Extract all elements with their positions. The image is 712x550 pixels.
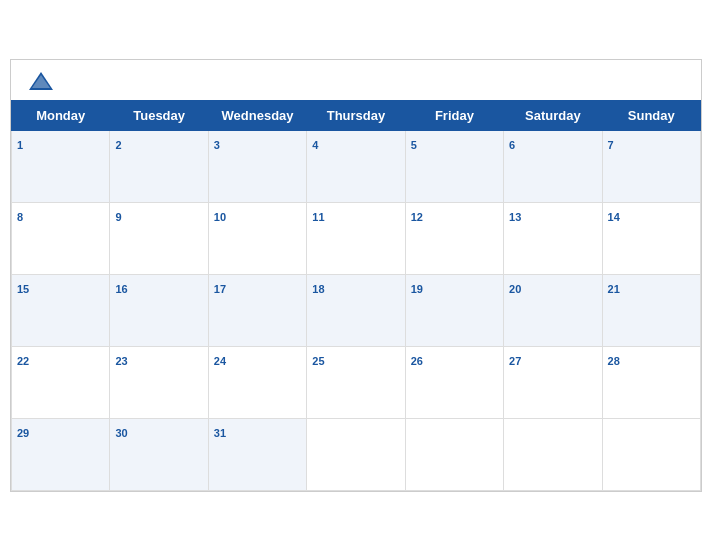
- day-cell-7: 7: [602, 130, 700, 202]
- day-cell-14: 14: [602, 202, 700, 274]
- day-cell-8: 8: [12, 202, 110, 274]
- day-number-8: 8: [17, 211, 23, 223]
- day-cell-2: 2: [110, 130, 208, 202]
- day-cell-27: 27: [504, 346, 602, 418]
- week-row-4: 22232425262728: [12, 346, 701, 418]
- weekday-header-row: MondayTuesdayWednesdayThursdayFridaySatu…: [12, 100, 701, 130]
- day-cell-10: 10: [208, 202, 306, 274]
- calendar-container: MondayTuesdayWednesdayThursdayFridaySatu…: [10, 59, 702, 492]
- day-number-28: 28: [608, 355, 620, 367]
- day-number-17: 17: [214, 283, 226, 295]
- day-cell-20: 20: [504, 274, 602, 346]
- day-cell-9: 9: [110, 202, 208, 274]
- weekday-header-friday: Friday: [405, 100, 503, 130]
- day-cell-18: 18: [307, 274, 405, 346]
- day-cell-6: 6: [504, 130, 602, 202]
- day-number-25: 25: [312, 355, 324, 367]
- day-number-10: 10: [214, 211, 226, 223]
- week-row-5: 293031: [12, 418, 701, 490]
- day-number-21: 21: [608, 283, 620, 295]
- logo-area: [27, 70, 59, 94]
- day-number-12: 12: [411, 211, 423, 223]
- day-cell-24: 24: [208, 346, 306, 418]
- day-cell-19: 19: [405, 274, 503, 346]
- day-number-20: 20: [509, 283, 521, 295]
- day-cell-30: 30: [110, 418, 208, 490]
- weekday-header-thursday: Thursday: [307, 100, 405, 130]
- day-cell-23: 23: [110, 346, 208, 418]
- day-number-7: 7: [608, 139, 614, 151]
- day-number-22: 22: [17, 355, 29, 367]
- day-cell-16: 16: [110, 274, 208, 346]
- logo-icon: [27, 70, 55, 94]
- day-number-14: 14: [608, 211, 620, 223]
- day-number-6: 6: [509, 139, 515, 151]
- week-row-2: 891011121314: [12, 202, 701, 274]
- day-cell-28: 28: [602, 346, 700, 418]
- day-cell-31: 31: [208, 418, 306, 490]
- day-cell-1: 1: [12, 130, 110, 202]
- calendar-grid: MondayTuesdayWednesdayThursdayFridaySatu…: [11, 100, 701, 491]
- weekday-header-sunday: Sunday: [602, 100, 700, 130]
- day-cell-3: 3: [208, 130, 306, 202]
- day-number-16: 16: [115, 283, 127, 295]
- week-row-1: 1234567: [12, 130, 701, 202]
- day-cell-29: 29: [12, 418, 110, 490]
- day-number-31: 31: [214, 427, 226, 439]
- day-cell-4: 4: [307, 130, 405, 202]
- day-number-15: 15: [17, 283, 29, 295]
- day-number-29: 29: [17, 427, 29, 439]
- day-number-3: 3: [214, 139, 220, 151]
- day-number-9: 9: [115, 211, 121, 223]
- weekday-header-wednesday: Wednesday: [208, 100, 306, 130]
- day-cell-11: 11: [307, 202, 405, 274]
- empty-cell: [504, 418, 602, 490]
- day-number-30: 30: [115, 427, 127, 439]
- day-number-4: 4: [312, 139, 318, 151]
- day-cell-13: 13: [504, 202, 602, 274]
- day-number-26: 26: [411, 355, 423, 367]
- day-number-24: 24: [214, 355, 226, 367]
- day-cell-26: 26: [405, 346, 503, 418]
- day-number-2: 2: [115, 139, 121, 151]
- day-number-19: 19: [411, 283, 423, 295]
- day-cell-21: 21: [602, 274, 700, 346]
- day-number-1: 1: [17, 139, 23, 151]
- day-number-23: 23: [115, 355, 127, 367]
- day-cell-17: 17: [208, 274, 306, 346]
- weekday-header-tuesday: Tuesday: [110, 100, 208, 130]
- empty-cell: [307, 418, 405, 490]
- day-number-18: 18: [312, 283, 324, 295]
- weekday-header-saturday: Saturday: [504, 100, 602, 130]
- day-cell-5: 5: [405, 130, 503, 202]
- weekday-header-monday: Monday: [12, 100, 110, 130]
- day-cell-22: 22: [12, 346, 110, 418]
- day-cell-15: 15: [12, 274, 110, 346]
- calendar-header: [11, 60, 701, 100]
- day-cell-12: 12: [405, 202, 503, 274]
- empty-cell: [602, 418, 700, 490]
- day-cell-25: 25: [307, 346, 405, 418]
- week-row-3: 15161718192021: [12, 274, 701, 346]
- empty-cell: [405, 418, 503, 490]
- day-number-5: 5: [411, 139, 417, 151]
- day-number-13: 13: [509, 211, 521, 223]
- day-number-11: 11: [312, 211, 324, 223]
- day-number-27: 27: [509, 355, 521, 367]
